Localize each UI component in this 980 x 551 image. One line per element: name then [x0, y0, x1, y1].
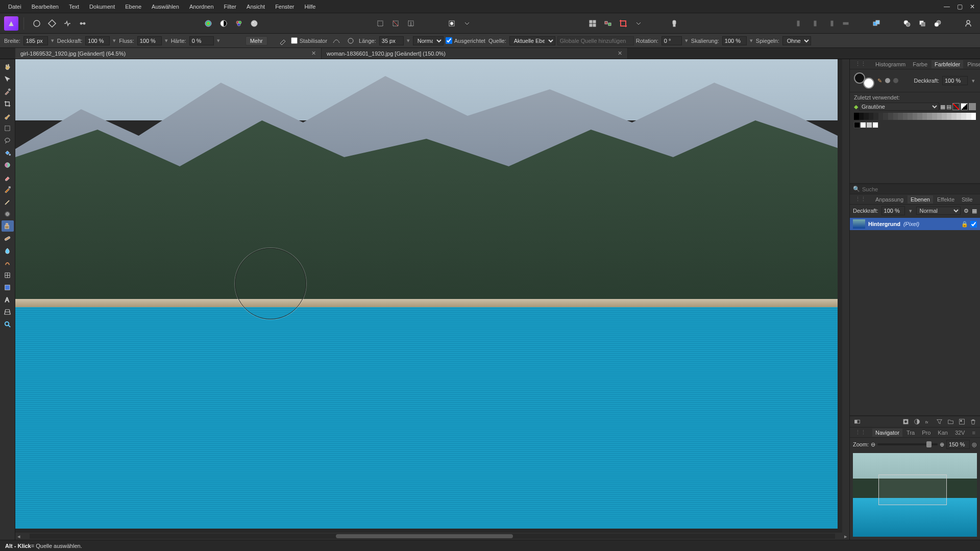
opacity-dropdown-icon[interactable]: ▾ — [112, 37, 117, 44]
color-wheel-icon[interactable] — [202, 17, 215, 30]
color-picker-tool-icon[interactable] — [2, 86, 14, 97]
canvas-image[interactable] — [15, 59, 838, 529]
blur-tool-icon[interactable] — [2, 208, 14, 219]
dodge-tool-icon[interactable] — [2, 245, 14, 256]
swatch-gradient-strip[interactable] — [854, 113, 976, 120]
add-mask-icon[interactable] — [901, 418, 910, 426]
document-tab[interactable]: girl-1869532_1920.jpg [Geändert] (64.5%)… — [15, 48, 322, 59]
healing-tool-icon[interactable] — [2, 233, 14, 244]
crop-tool-icon[interactable] — [2, 98, 14, 109]
menu-item[interactable]: Ebene — [120, 2, 146, 12]
navigator-view-rect[interactable] — [878, 474, 947, 505]
hardness-input[interactable] — [189, 36, 214, 45]
horizontal-scrollbar[interactable]: ◂ ▸ — [15, 533, 849, 540]
flow-dropdown-icon[interactable]: ▾ — [164, 37, 169, 44]
add-group-icon[interactable] — [946, 418, 954, 426]
zoom-target-icon[interactable]: ◎ — [972, 441, 977, 448]
hand-tool-icon[interactable] — [2, 61, 14, 72]
zoom-tool-icon[interactable] — [2, 318, 14, 330]
pencil-tool-icon[interactable] — [2, 196, 14, 207]
close-tab-icon[interactable]: ✕ — [306, 50, 316, 57]
layer-gear-icon[interactable]: ⚙ — [964, 208, 969, 214]
liquify-persona-icon[interactable] — [45, 17, 59, 30]
tab-protocol[interactable]: Pro — [919, 429, 934, 437]
mode-dot-2-icon[interactable] — [893, 78, 898, 83]
rotation-dropdown-icon[interactable]: ▾ — [684, 37, 689, 44]
stack-front-icon[interactable] — [900, 17, 914, 30]
menu-item[interactable]: Text — [64, 2, 84, 12]
close-tab-icon[interactable]: ✕ — [612, 50, 622, 57]
mirror-select[interactable]: Ohne — [782, 36, 811, 45]
swatch-set-select[interactable]: Grautöne — [859, 103, 939, 111]
tab-effects[interactable]: Effekte — [934, 195, 958, 204]
swatch-black-icon[interactable] — [961, 103, 968, 110]
stack-middle-icon[interactable] — [916, 17, 929, 30]
background-color-well[interactable] — [863, 78, 874, 89]
panel-grip-icon[interactable]: ⋮⋮ — [852, 60, 869, 68]
minimize-icon[interactable]: — — [944, 3, 950, 10]
length-dropdown-icon[interactable]: ▾ — [406, 37, 411, 44]
maximize-icon[interactable]: ▢ — [957, 3, 963, 10]
scroll-left-icon[interactable]: ◂ — [15, 533, 22, 540]
account-icon[interactable] — [962, 17, 975, 30]
swatch-list-icon[interactable]: ▤ — [946, 104, 951, 110]
tab-swatches[interactable]: Farbfelder — [932, 60, 963, 68]
zoom-in-icon[interactable]: ⊕ — [940, 441, 944, 448]
layer-options-icon[interactable]: ▦ — [972, 208, 977, 214]
quick-mask-dropdown-icon[interactable] — [460, 17, 474, 30]
add-fx-icon[interactable]: fx — [924, 418, 932, 426]
layer-opacity-dropdown-icon[interactable]: ▾ — [908, 208, 913, 214]
tab-adjustments[interactable]: Anpassung — [872, 195, 906, 204]
menu-item[interactable]: Dokument — [84, 2, 120, 12]
navigator-preview[interactable] — [853, 453, 977, 537]
menu-item[interactable]: Auswählen — [146, 2, 184, 12]
sphere-icon[interactable] — [248, 17, 261, 30]
add-adjustment-icon[interactable] — [913, 418, 921, 426]
tab-histogram[interactable]: Histogramm — [872, 60, 909, 68]
swatch-none-icon[interactable] — [952, 103, 960, 110]
force-pressure-icon[interactable] — [278, 36, 288, 45]
scroll-right-icon[interactable]: ▸ — [842, 533, 849, 540]
swatch-grid-icon[interactable]: ▦ — [940, 104, 945, 110]
width-dropdown-icon[interactable]: ▾ — [50, 37, 55, 44]
tab-layers[interactable]: Ebenen — [908, 195, 933, 204]
crop-tool-icon[interactable] — [617, 17, 630, 30]
selection-tool-icon[interactable] — [2, 122, 14, 134]
stack-back-icon[interactable] — [931, 17, 944, 30]
contrast-icon[interactable] — [217, 17, 230, 30]
selection-add-icon[interactable] — [389, 17, 402, 30]
panel-menu-icon[interactable]: ≡ — [969, 429, 978, 437]
delete-layer-icon[interactable] — [969, 418, 977, 426]
layer-visible-checkbox[interactable] — [970, 221, 977, 228]
inpaint-tool-icon[interactable] — [2, 257, 14, 268]
window-mode-icon[interactable] — [346, 36, 356, 45]
swap-icon[interactable] — [601, 17, 615, 30]
erase-tool-icon[interactable] — [2, 171, 14, 183]
move-tool-icon[interactable] — [2, 73, 14, 85]
assistant-icon[interactable] — [668, 17, 681, 30]
length-input[interactable] — [379, 36, 404, 45]
panel-opacity-dropdown-icon[interactable]: ▾ — [971, 78, 976, 84]
menu-item[interactable]: Bearbeiten — [27, 2, 64, 12]
tab-32bit[interactable]: 32V — [952, 429, 968, 437]
add-pixel-layer-icon[interactable] — [958, 418, 966, 426]
shape-tool-icon[interactable] — [2, 282, 14, 293]
brush-tool-icon[interactable] — [2, 110, 14, 121]
mode-dot-1-icon[interactable] — [885, 78, 890, 83]
panel-opacity-input[interactable] — [942, 76, 968, 85]
swatch-mid-icon[interactable] — [969, 103, 976, 110]
tab-color[interactable]: Farbe — [910, 60, 930, 68]
more-button[interactable]: Mehr — [246, 36, 267, 45]
rotation-input[interactable] — [662, 36, 682, 45]
palette-icon[interactable]: ◆ — [854, 104, 858, 110]
layer-opacity-input[interactable] — [881, 206, 905, 215]
scale-dropdown-icon[interactable]: ▾ — [749, 37, 754, 44]
menu-item[interactable]: Filter — [219, 2, 241, 12]
zoom-input[interactable] — [946, 440, 970, 449]
scrollbar-track[interactable] — [30, 534, 835, 539]
panel-grip-icon[interactable]: ⋮⋮ — [852, 195, 869, 204]
selection-new-icon[interactable] — [374, 17, 387, 30]
scale-input[interactable] — [722, 36, 747, 45]
perspective-tool-icon[interactable] — [2, 306, 14, 317]
zoom-out-icon[interactable]: ⊖ — [871, 441, 875, 448]
